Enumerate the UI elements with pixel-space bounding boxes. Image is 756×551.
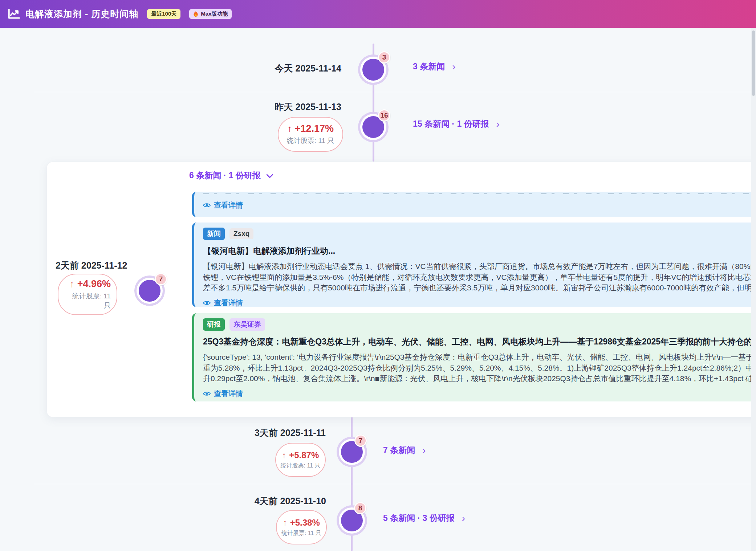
news-link-today[interactable]: 3 条新闻 ›: [413, 61, 456, 72]
view-detail-label: 查看详情: [214, 389, 243, 399]
up-arrow-icon: ↑: [287, 123, 292, 134]
collapse-toggle-label: 6 条新闻 · 1 份研报: [189, 170, 261, 181]
report-body-line: 重为5.28%，环比上升1.13pct。2024Q3-2025Q3持仓比例分别为…: [203, 363, 756, 374]
date-range-badge: 最近100天: [147, 9, 180, 19]
news-body-line: 差不多1.5万吨是给宁德保供的，只有5000吨在市场进行流通，宁德也还要外采3.…: [203, 282, 756, 293]
stat-stocks: 统计股票: 11 只: [64, 291, 111, 310]
news-card: 新闻 Zsxq 【银河电新】电解液添加剂行业动... 【银河电新】电解液添加剂行…: [192, 223, 756, 307]
page-title: 电解液添加剂 - 历史时间轴: [25, 8, 138, 20]
scrollbar-track: [751, 28, 756, 551]
change-pill: ↑+12.17% 统计股票: 11 只: [278, 117, 343, 152]
max-feature-badge: Max版功能: [189, 9, 232, 19]
chevron-right-icon: ›: [462, 513, 465, 523]
news-body-line: 铁锂，VC在铁锂里面的添加量是3.5%-6%（特别是储能，对循环充放电次数要求更…: [203, 272, 756, 283]
chevron-right-icon: ›: [452, 62, 455, 72]
type-tag-report: 研报: [203, 318, 225, 331]
entry-date-today: 今天 2025-11-14: [275, 62, 341, 74]
max-feature-label: Max版功能: [201, 11, 228, 17]
change-value: ↑+5.38%: [283, 518, 320, 528]
view-detail-label: 查看详情: [214, 298, 243, 307]
stat-stocks: 统计股票: 11 只: [287, 136, 334, 146]
row-divider: [34, 92, 756, 92]
app-header: 电解液添加剂 - 历史时间轴 最近100天 Max版功能: [0, 0, 756, 28]
news-link-label: 3 条新闻: [413, 61, 445, 72]
view-detail-link[interactable]: 查看详情: [203, 389, 756, 399]
eye-icon: [203, 300, 211, 306]
news-body: 【银河电新】电解液添加剂行业动态电话会要点 1、供需情况：VC当前供需很紧，头部…: [203, 261, 756, 293]
view-detail-label: 查看详情: [214, 200, 243, 210]
type-tag-news: 新闻: [203, 228, 225, 240]
count-badge: 16: [378, 109, 390, 122]
report-title: 25Q3基金持仓深度：电新重仓Q3总体上升，电动车、光伏、储能、工控、电网、风电…: [203, 336, 756, 347]
stat-stocks: 统计股票: 11 只: [281, 462, 321, 470]
change-pill: ↑+4.96% 统计股票: 11 只: [58, 274, 117, 315]
collapse-toggle[interactable]: 6 条新闻 · 1 份研报: [189, 170, 272, 181]
count-badge: 7: [155, 273, 167, 285]
entry-date-3daysago: 3天前 2025-11-11: [255, 427, 326, 439]
change-value: ↑+4.96%: [70, 278, 111, 290]
news-link-3daysago[interactable]: 7 条新闻 ›: [383, 445, 426, 456]
source-tag: 东吴证券: [229, 318, 265, 331]
report-body-line: {'sourceType': 13, 'content': '电力设备行业深度报…: [203, 352, 756, 363]
view-detail-link[interactable]: 查看详情: [203, 298, 756, 307]
news-link-label: 15 条新闻 · 1 份研报: [413, 118, 489, 130]
view-detail-link[interactable]: 查看详情: [203, 200, 756, 210]
count-badge: 7: [354, 434, 367, 447]
chart-line-icon: [8, 9, 20, 20]
eye-icon: [203, 203, 211, 208]
news-link-4daysago[interactable]: 5 条新闻 · 3 份研报 ›: [383, 513, 465, 524]
source-tag: Zsxq: [229, 228, 253, 239]
news-title: 【银河电新】电解液添加剂行业动...: [203, 245, 756, 257]
clipped-text-remnant: [203, 193, 756, 194]
change-value: ↑+5.87%: [282, 450, 319, 460]
change-pill: ↑+5.38% 统计股票: 11 只: [276, 510, 327, 544]
up-arrow-icon: ↑: [283, 518, 287, 527]
change-value: ↑+12.17%: [287, 123, 334, 134]
report-card: 研报 东吴证券 25Q3基金持仓深度：电新重仓Q3总体上升，电动车、光伏、储能、…: [192, 313, 756, 401]
scrollbar-thumb[interactable]: [752, 30, 755, 96]
chevron-down-icon: [266, 171, 273, 178]
news-link-label: 5 条新闻 · 3 份研报: [383, 513, 455, 524]
tag-row: 研报 东吴证券: [203, 318, 756, 331]
fire-icon: [193, 11, 198, 17]
eye-icon: [203, 391, 211, 396]
chevron-right-icon: ›: [496, 119, 500, 129]
row-divider: [34, 484, 756, 484]
up-arrow-icon: ↑: [70, 279, 74, 289]
expanded-day-card: 6 条新闻 · 1 份研报 2天前 2025-11-12 ↑+4.96% 统计股…: [46, 162, 756, 417]
news-body-line: 【银河电新】电解液添加剂行业动态电话会要点 1、供需情况：VC当前供需很紧，头部…: [203, 261, 756, 272]
chevron-right-icon: ›: [422, 445, 426, 456]
news-link-yesterday[interactable]: 15 条新闻 · 1 份研报 ›: [413, 118, 500, 130]
report-body: {'sourceType': 13, 'content': '电力设备行业深度报…: [203, 352, 756, 384]
news-link-label: 7 条新闻: [383, 445, 415, 456]
report-body-line: 升0.29pct至2.00%，钠电池、复合集流体上涨。\r\n■新能源：光伏、风…: [203, 373, 756, 384]
entry-date-yesterday: 昨天 2025-11-13: [275, 101, 341, 113]
count-badge: 8: [354, 502, 366, 514]
count-badge: 3: [378, 51, 390, 64]
news-card-clipped: 查看详情: [192, 192, 756, 217]
change-pill: ↑+5.87% 统计股票: 11 只: [275, 443, 326, 477]
up-arrow-icon: ↑: [282, 450, 286, 460]
tag-row: 新闻 Zsxq: [203, 228, 756, 240]
entry-date-2daysago: 2天前 2025-11-12: [56, 260, 127, 272]
entry-date-4daysago: 4天前 2025-11-10: [255, 495, 326, 507]
stat-stocks: 统计股票: 11 只: [281, 530, 321, 537]
